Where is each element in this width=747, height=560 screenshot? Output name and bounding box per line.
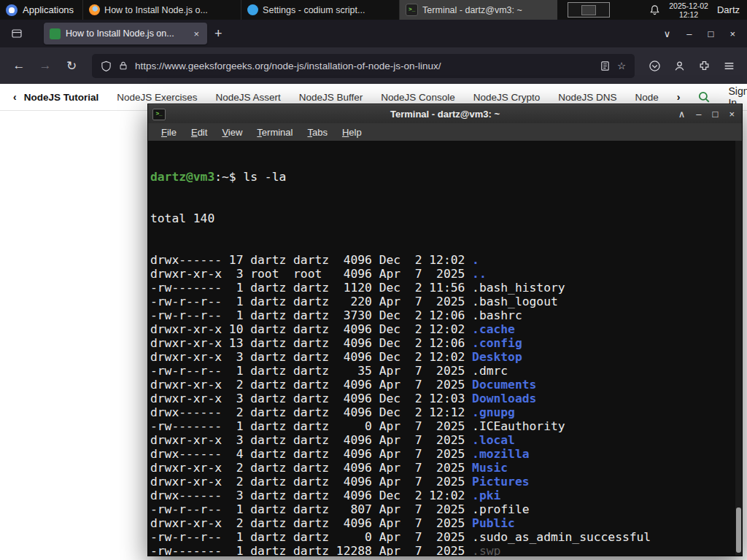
taskbar-item-firefox[interactable]: How to Install Node.js o... xyxy=(82,0,241,20)
site-nav-link[interactable]: NodeJS Exercises xyxy=(117,92,197,103)
search-icon[interactable] xyxy=(697,90,711,104)
back-button[interactable]: ← xyxy=(7,54,31,77)
terminal-line: drwxr-xr-x 2 dartz dartz 4096 Apr 7 2025… xyxy=(150,516,742,530)
tab-close-icon[interactable]: × xyxy=(191,28,201,39)
site-nav-link[interactable]: NodeJS Crypto xyxy=(473,92,541,103)
panel-status-area: 2025-12-02 12:12 Dartz xyxy=(642,0,747,20)
pocket-icon[interactable] xyxy=(643,55,665,77)
menu-edit[interactable]: Edit xyxy=(184,125,214,140)
terminal-line: drwx------ 17 dartz dartz 4096 Dec 2 12:… xyxy=(150,253,742,267)
terminal-maximize-button[interactable]: □ xyxy=(713,109,719,120)
close-button[interactable]: × xyxy=(729,28,735,39)
reader-mode-icon[interactable] xyxy=(600,61,611,71)
site-favicon xyxy=(50,28,61,39)
taskbar-item-terminal[interactable]: Terminal - dartz@vm3: ~ xyxy=(399,0,557,20)
mini-window xyxy=(581,5,596,15)
terminal-total-line: total 140 xyxy=(150,211,742,225)
terminal-line: -rw-r--r-- 1 dartz dartz 0 Apr 7 2025 .s… xyxy=(150,530,742,544)
terminal-line: -rw-r--r-- 1 dartz dartz 3730 Dec 2 12:0… xyxy=(150,308,742,322)
terminal-title: Terminal - dartz@vm3: ~ xyxy=(148,109,742,120)
terminal-scrollbar[interactable] xyxy=(735,141,742,556)
reload-button[interactable]: ↻ xyxy=(60,54,83,77)
site-nav-link[interactable]: NodeJS DNS xyxy=(558,92,616,103)
menu-view[interactable]: View xyxy=(214,125,249,140)
new-tab-button[interactable]: + xyxy=(207,26,230,42)
maximize-button[interactable]: □ xyxy=(708,28,714,39)
firefox-view-icon[interactable] xyxy=(6,24,28,43)
top-panel: Applications How to Install Node.js o...… xyxy=(0,0,747,20)
forward-button[interactable]: → xyxy=(34,54,57,77)
site-nav-link[interactable]: NodeJS Buffer xyxy=(299,92,363,103)
menu-terminal[interactable]: Terminal xyxy=(249,125,300,140)
terminal-line: -rw------- 1 dartz dartz 1120 Dec 2 11:5… xyxy=(150,281,742,295)
prompt-path: :~$ xyxy=(214,170,243,184)
bookmark-star-icon[interactable]: ☆ xyxy=(617,60,626,71)
scroll-left-icon[interactable]: ‹ xyxy=(13,91,17,103)
extensions-icon[interactable] xyxy=(693,55,715,77)
terminal-line: -rw------- 1 dartz dartz 12288 Apr 7 202… xyxy=(150,544,742,556)
terminal-line: drwxr-xr-x 3 root root 4096 Apr 7 2025 .… xyxy=(150,267,742,281)
task-label: Settings - codium script... xyxy=(263,5,365,15)
terminal-minimize-button[interactable]: – xyxy=(696,109,701,120)
terminal-line: drwxr-xr-x 3 dartz dartz 4096 Dec 2 12:0… xyxy=(150,392,742,405)
terminal-titlebar[interactable]: Terminal - dartz@vm3: ~ ∧ – □ × xyxy=(148,104,742,123)
terminal-menubar: File Edit View Terminal Tabs Help xyxy=(148,123,742,141)
scrollbar-thumb[interactable] xyxy=(736,508,741,553)
terminal-line: drwx------ 3 dartz dartz 4096 Dec 2 12:0… xyxy=(150,489,742,502)
account-icon[interactable] xyxy=(668,55,690,77)
window-controls: ∨ – □ × xyxy=(664,28,741,39)
tab-title: How to Install Node.js on... xyxy=(66,28,186,39)
lock-icon[interactable] xyxy=(118,61,128,71)
clock-time: 12:12 xyxy=(679,10,698,19)
terminal-line: drwxr-xr-x 2 dartz dartz 4096 Apr 7 2025… xyxy=(150,378,742,392)
menu-file[interactable]: File xyxy=(154,125,184,140)
terminal-line: drwxr-xr-x 3 dartz dartz 4096 Dec 2 12:0… xyxy=(150,350,742,364)
terminal-close-button[interactable]: × xyxy=(729,109,735,120)
tab-bar: How to Install Node.js on... × + ∨ – □ × xyxy=(0,20,747,47)
shade-button[interactable]: ∧ xyxy=(678,109,686,120)
terminal-window: Terminal - dartz@vm3: ~ ∧ – □ × File Edi… xyxy=(147,104,743,556)
terminal-icon xyxy=(406,4,418,16)
menu-hamburger-icon[interactable] xyxy=(718,55,740,77)
terminal-line: drwx------ 2 dartz dartz 4096 Dec 2 12:1… xyxy=(150,405,742,419)
terminal-line: drwxr-xr-x 2 dartz dartz 4096 Apr 7 2025… xyxy=(150,475,742,489)
taskbar-item-codium[interactable]: Settings - codium script... xyxy=(241,0,399,20)
terminal-line: drwxr-xr-x 13 dartz dartz 4096 Dec 2 12:… xyxy=(150,336,742,350)
task-label: How to Install Node.js o... xyxy=(104,5,208,15)
notifications-bell-icon[interactable] xyxy=(649,4,660,15)
terminal-window-controls: ∧ – □ × xyxy=(678,109,742,120)
terminal-content[interactable]: dartz@vm3:~$ ls -la total 140 drwx------… xyxy=(148,141,742,556)
terminal-line: -rw-r--r-- 1 dartz dartz 220 Apr 7 2025 … xyxy=(150,295,742,308)
site-nav-link[interactable]: Node xyxy=(635,92,659,103)
terminal-line: -rw-r--r-- 1 dartz dartz 807 Apr 7 2025 … xyxy=(150,502,742,516)
site-nav-active[interactable]: ‹ NodeJS Tutorial xyxy=(13,91,98,103)
terminal-prompt-line: dartz@vm3:~$ ls -la xyxy=(150,170,742,184)
terminal-output: drwx------ 17 dartz dartz 4096 Dec 2 12:… xyxy=(150,253,742,556)
firefox-icon xyxy=(89,4,100,15)
browser-tab[interactable]: How to Install Node.js on... × xyxy=(44,23,207,44)
tracking-shield-icon[interactable] xyxy=(101,61,112,71)
codium-icon xyxy=(247,4,258,15)
site-nav-link[interactable]: NodeJS Assert xyxy=(215,92,280,103)
user-name: Dartz xyxy=(717,4,740,15)
terminal-line: drwxr-xr-x 2 dartz dartz 4096 Apr 7 2025… xyxy=(150,461,742,475)
terminal-line: -rw------- 1 dartz dartz 0 Apr 7 2025 .I… xyxy=(150,419,742,433)
menu-tabs[interactable]: Tabs xyxy=(300,125,334,140)
terminal-line: -rw-r--r-- 1 dartz dartz 35 Apr 7 2025 .… xyxy=(150,364,742,378)
applications-menu[interactable]: Applications xyxy=(0,0,82,20)
applications-icon xyxy=(6,4,18,16)
task-label: Terminal - dartz@vm3: ~ xyxy=(422,5,522,15)
terminal-line: drwxr-xr-x 3 dartz dartz 4096 Apr 7 2025… xyxy=(150,433,742,447)
list-all-tabs-icon[interactable]: ∨ xyxy=(664,28,671,39)
workspace-switcher[interactable] xyxy=(568,2,610,18)
terminal-line: drwxr-xr-x 10 dartz dartz 4096 Dec 2 12:… xyxy=(150,322,742,336)
clock-date: 2025-12-02 xyxy=(669,1,708,10)
url-bar[interactable]: https://www.geeksforgeeks.org/node-js/in… xyxy=(92,54,635,78)
menu-help[interactable]: Help xyxy=(335,125,369,140)
clock[interactable]: 2025-12-02 12:12 xyxy=(669,1,708,19)
scroll-right-icon[interactable]: › xyxy=(677,91,681,103)
prompt-text: dartz@vm3 xyxy=(150,170,214,184)
site-nav-link[interactable]: NodeJS Console xyxy=(381,92,454,103)
url-text[interactable]: https://www.geeksforgeeks.org/node-js/in… xyxy=(135,61,593,71)
minimize-button[interactable]: – xyxy=(686,28,692,39)
